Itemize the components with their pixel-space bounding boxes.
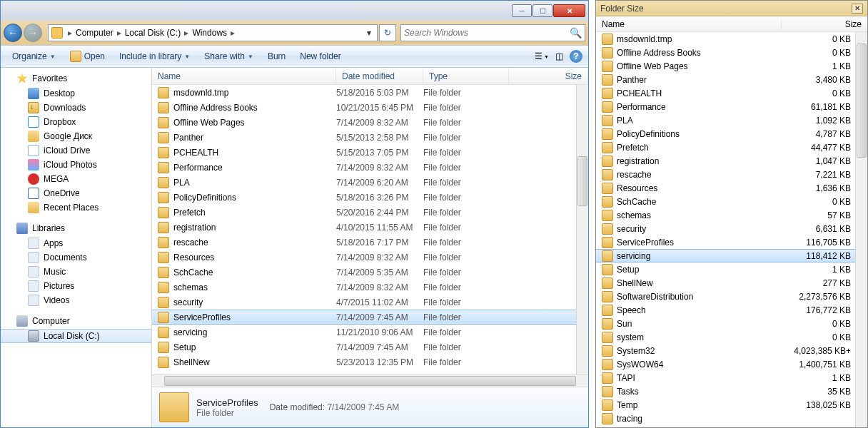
list-item[interactable]: PLA1,092 KB (596, 113, 855, 127)
close-button[interactable]: ✕ (553, 4, 585, 17)
chevron-right-icon[interactable]: ▸ (182, 28, 191, 38)
scrollbar-thumb[interactable] (857, 44, 867, 158)
column-name[interactable]: Name (152, 68, 336, 84)
nav-item[interactable]: Downloads (1, 101, 151, 115)
table-row[interactable]: msdownld.tmp5/18/2016 5:03 PMFile folder (152, 85, 576, 100)
breadcrumb-drive[interactable]: Local Disk (C:) (123, 28, 183, 38)
share-with-button[interactable]: Share with▼ (197, 49, 261, 63)
chevron-right-icon[interactable]: ▸ (66, 28, 74, 38)
forward-button[interactable]: → (24, 24, 42, 42)
table-row[interactable]: schemas7/14/2009 8:32 AMFile folder (152, 280, 576, 295)
list-item[interactable]: System324,023,385 KB+ (596, 344, 855, 357)
table-row[interactable]: registration4/10/2015 11:55 AMFile folde… (152, 220, 576, 235)
burn-button[interactable]: Burn (261, 49, 293, 63)
table-row[interactable]: Resources7/14/2009 8:32 AMFile folder (152, 250, 576, 265)
list-item[interactable]: Speech176,772 KB (596, 303, 855, 317)
table-row[interactable]: ShellNew5/23/2013 12:35 PMFile folder (152, 355, 576, 370)
table-row[interactable]: rescache5/18/2016 7:17 PMFile folder (152, 235, 576, 250)
vertical-scrollbar[interactable] (855, 32, 867, 427)
column-type[interactable]: Type (423, 68, 509, 84)
help-button[interactable]: ? (568, 49, 584, 64)
table-row[interactable]: PCHEALTH5/15/2013 7:05 PMFile folder (152, 145, 576, 160)
list-item[interactable]: Prefetch44,477 KB (596, 141, 855, 154)
folder-size-rows[interactable]: msdownld.tmp0 KBOffline Address Books0 K… (596, 32, 855, 427)
table-row[interactable]: Panther5/15/2013 2:58 PMFile folder (152, 130, 576, 145)
list-item[interactable]: SysWOW641,400,751 KB (596, 357, 855, 371)
list-item[interactable]: Temp138,025 KB (596, 398, 855, 412)
list-item[interactable]: Offline Web Pages1 KB (596, 59, 855, 73)
folder-size-columns[interactable]: Name Size (596, 16, 867, 32)
column-size[interactable]: Size (509, 68, 588, 84)
table-row[interactable]: Offline Address Books10/21/2015 6:45 PMF… (152, 100, 576, 115)
list-item[interactable]: servicing118,412 KB (596, 249, 855, 263)
search-icon[interactable]: 🔍 (570, 27, 582, 39)
nav-item[interactable]: Dropbox (1, 115, 151, 129)
table-row[interactable]: security4/7/2015 11:02 AMFile folder (152, 295, 576, 310)
list-item[interactable]: ServiceProfiles116,705 KB (596, 235, 855, 249)
table-row[interactable]: ServiceProfiles7/14/2009 7:45 AMFile fol… (152, 310, 576, 325)
list-item[interactable]: Resources1,636 KB (596, 181, 855, 195)
back-button[interactable]: ← (4, 24, 22, 42)
list-item[interactable]: TAPI1 KB (596, 371, 855, 384)
list-item[interactable]: schemas57 KB (596, 208, 855, 222)
list-item[interactable]: tracing (596, 412, 855, 425)
list-item[interactable]: Sun0 KB (596, 317, 855, 330)
table-row[interactable]: Prefetch5/20/2016 2:44 PMFile folder (152, 205, 576, 220)
open-button[interactable]: Open (63, 49, 112, 64)
list-item[interactable]: Offline Address Books0 KB (596, 46, 855, 59)
nav-item[interactable]: iCloud Photos (1, 158, 151, 172)
view-options-button[interactable]: ☰▼ (534, 49, 550, 64)
nav-item[interactable]: OneDrive (1, 186, 151, 200)
nav-item[interactable]: Apps (1, 236, 151, 250)
list-item[interactable]: registration1,047 KB (596, 154, 855, 168)
preview-pane-button[interactable]: ◫ (551, 49, 567, 64)
nav-item[interactable]: iCloud Drive (1, 143, 151, 158)
navigation-pane[interactable]: Favorites DesktopDownloadsDropboxGoogle … (1, 68, 152, 427)
chevron-right-icon[interactable]: ▸ (115, 28, 123, 38)
titlebar[interactable]: ─ ☐ ✕ (1, 1, 588, 21)
list-item[interactable]: Panther3,480 KB (596, 73, 855, 86)
nav-item[interactable]: Music (1, 265, 151, 279)
folder-size-titlebar[interactable]: Folder Size ✕ (596, 1, 867, 16)
vertical-scrollbar[interactable] (576, 85, 588, 374)
search-input[interactable] (404, 28, 570, 38)
scrollbar-thumb[interactable] (164, 376, 576, 386)
list-item[interactable]: Tasks35 KB (596, 384, 855, 398)
scrollbar-thumb[interactable] (577, 156, 587, 206)
breadcrumb-computer[interactable]: Computer (74, 28, 115, 38)
table-row[interactable]: Setup7/14/2009 7:45 AMFile folder (152, 340, 576, 355)
breadcrumb-dropdown[interactable]: ▾ (364, 28, 374, 38)
nav-local-disk[interactable]: Local Disk (C:) (1, 329, 151, 343)
breadcrumb-folder[interactable]: Windows (191, 28, 228, 38)
table-row[interactable]: SchCache7/14/2009 5:35 AMFile folder (152, 265, 576, 280)
nav-item[interactable]: Pictures (1, 279, 151, 293)
include-in-library-button[interactable]: Include in library▼ (112, 49, 197, 63)
list-item[interactable]: Performance61,181 KB (596, 100, 855, 113)
breadcrumb[interactable]: ▸ Computer ▸ Local Disk (C:) ▸ Windows ▸… (48, 24, 378, 41)
favorites-header[interactable]: Favorites (1, 71, 151, 86)
list-item[interactable]: PolicyDefinitions4,787 KB (596, 127, 855, 141)
computer-header[interactable]: Computer (1, 313, 151, 329)
table-row[interactable]: PolicyDefinitions5/18/2016 3:26 PMFile f… (152, 190, 576, 205)
libraries-header[interactable]: Libraries (1, 220, 151, 236)
new-folder-button[interactable]: New folder (293, 49, 348, 63)
chevron-right-icon[interactable]: ▸ (228, 28, 237, 38)
list-item[interactable]: SoftwareDistribution2,273,576 KB (596, 290, 855, 303)
table-row[interactable]: servicing11/21/2010 9:06 AMFile folder (152, 325, 576, 340)
list-item[interactable]: system0 KB (596, 330, 855, 344)
nav-item[interactable]: Desktop (1, 86, 151, 101)
fs-column-size[interactable]: Size (782, 19, 867, 29)
nav-item[interactable]: MEGA (1, 172, 151, 186)
column-date[interactable]: Date modified (336, 68, 423, 84)
column-headers[interactable]: Name Date modified Type Size (152, 68, 588, 85)
organize-button[interactable]: Organize▼ (5, 49, 63, 63)
table-row[interactable]: Offline Web Pages7/14/2009 8:32 AMFile f… (152, 115, 576, 130)
nav-item[interactable]: Google Диск (1, 129, 151, 143)
refresh-button[interactable]: ↻ (379, 24, 396, 41)
list-item[interactable]: security6,631 KB (596, 222, 855, 235)
table-row[interactable]: Performance7/14/2009 8:32 AMFile folder (152, 160, 576, 175)
fs-column-name[interactable]: Name (596, 19, 782, 29)
close-button[interactable]: ✕ (852, 4, 863, 14)
table-row[interactable]: PLA7/14/2009 6:20 AMFile folder (152, 175, 576, 190)
list-item[interactable]: msdownld.tmp0 KB (596, 32, 855, 46)
